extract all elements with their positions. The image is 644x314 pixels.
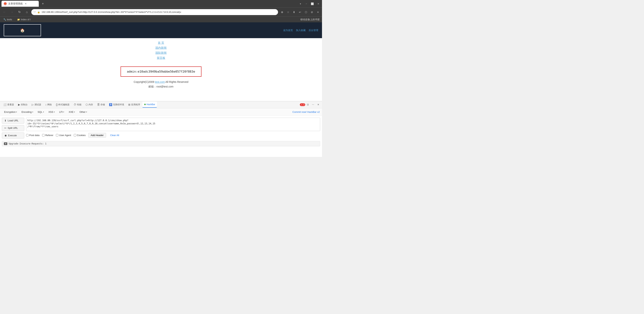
home-button[interactable]: ⌂ [24, 9, 30, 15]
hackbar-menu-encoding[interactable]: Encoding ▾ [20, 110, 35, 114]
bookmark-index-label: Index of / [21, 18, 30, 21]
encoding-label: Encoding [22, 111, 32, 113]
tools-bookmark-icon: 🔧 [3, 18, 6, 21]
referer-checkbox[interactable] [42, 134, 44, 136]
split-url-button[interactable]: ✂ Split URL [2, 125, 24, 131]
nav-home[interactable]: 首 页 [158, 41, 164, 45]
footer-email: 邮箱：root@test.com [134, 84, 188, 89]
share-button[interactable]: ⬡ [303, 9, 308, 15]
devtools-tab-storage[interactable]: 🗄 存储 [95, 102, 107, 108]
nav-guestbook[interactable]: 留言板 [157, 56, 165, 60]
bookmark-index[interactable]: 📁 Index of / [16, 18, 32, 21]
sync-button[interactable]: ↩ [298, 9, 302, 15]
footer-link[interactable]: test.com [155, 80, 165, 83]
post-data-checkbox[interactable] [26, 134, 28, 136]
hackbar-dot-icon [144, 104, 146, 105]
devtools-tab-style-editor[interactable]: {} 样式编辑器 [54, 102, 71, 108]
tab-close-button[interactable]: ✕ [24, 2, 27, 5]
address-bar[interactable]: 🛡 🔒 192.168.80.139/ssrf/ssrf_curl.php?ur… [31, 9, 278, 15]
encoding-arrow: ▾ [32, 111, 33, 113]
nav-international-news[interactable]: 国际新闻 [156, 51, 166, 55]
xss-arrow: ▾ [54, 111, 55, 113]
block-button[interactable]: ⊘ [309, 9, 314, 15]
user-agent-checkbox[interactable] [56, 134, 58, 136]
clear-all-button[interactable]: Clear All [109, 133, 120, 137]
site-nav: 首 页 国内新闻 国际新闻 留言板 [0, 38, 322, 61]
window-close-button[interactable]: ✕ [316, 1, 320, 6]
add-favorites-link[interactable]: 加入收藏 [296, 29, 306, 32]
site-header: 🏠 设为首页 加入收藏 后台管理 [0, 22, 322, 38]
window-maximize-button[interactable]: ⬜ [310, 1, 314, 6]
hackbar-menu-xxe[interactable]: XXE ▾ [67, 110, 77, 114]
console-icon: ▶ [18, 103, 20, 106]
nav-domestic-news[interactable]: 国内新闻 [156, 46, 166, 50]
user-agent-checkbox-label[interactable]: User Agent [56, 134, 71, 137]
hackbar-menu-lfi[interactable]: LFI ▾ [58, 110, 66, 114]
footer-text-post: All Rights Reserved [165, 80, 188, 83]
post-data-checkbox-label[interactable]: Post data [26, 134, 40, 137]
active-tab[interactable]: 🦊 文章管理系统 ✕ [2, 1, 39, 7]
error-count: 3 [303, 103, 304, 106]
header-text: Upgrade-Insecure-Requests: 1 [9, 142, 46, 145]
hackbar-url-textarea[interactable]: http://192.168.80.139/ssrf/ssrf_curl.php… [26, 118, 320, 131]
execute-button[interactable]: ⏺ Execute [2, 133, 24, 138]
hackbar-url-area: http://192.168.80.139/ssrf/ssrf_curl.php… [26, 118, 320, 138]
devtools-tab-application[interactable]: ⊞ 应用程序 [126, 102, 142, 108]
devtools-controls: ⊡ ⋯ ✕ [306, 102, 320, 107]
back-button[interactable]: ← [2, 9, 8, 15]
devtools-tab-debugger[interactable]: ▷ 调试器 [30, 102, 43, 108]
devtools-tab-memory[interactable]: ⬡ 内存 [84, 102, 95, 108]
window-minimize-button[interactable]: − [304, 1, 308, 6]
devtools-tab-performance[interactable]: ⏱ 性能 [72, 102, 83, 108]
reload-button[interactable]: ↻ [16, 9, 22, 15]
menu-button[interactable]: ≡ [315, 9, 320, 15]
index-bookmark-icon: 📁 [17, 18, 20, 21]
devtools-tab-inspector[interactable]: ⬜ 查看器 [2, 102, 16, 108]
inspector-icon: ⬜ [3, 103, 6, 106]
hackbar-menu-xss[interactable]: XSS ▾ [46, 110, 57, 114]
bookmark-tools[interactable]: 🔧 tools [2, 18, 13, 21]
star-button[interactable]: ☆ [286, 9, 291, 15]
error-badge: ⚠ 3 [300, 103, 305, 106]
accessibility-icon: ♿ [109, 103, 112, 106]
mobile-bookmarks-label: 移动设备上的书签 [300, 18, 320, 21]
downloads-button[interactable]: ⬇ [292, 9, 297, 15]
lfi-label: LFI [59, 111, 63, 113]
admin-panel-link[interactable]: 后台管理 [308, 29, 318, 32]
devtools-close-button[interactable]: ✕ [316, 102, 320, 107]
hackbar-checkboxes: Post data Referer User Agent [26, 132, 320, 138]
memory-label: 内存 [88, 103, 93, 106]
forward-button[interactable]: → [9, 9, 15, 15]
extensions-button[interactable]: ⊕ [280, 9, 285, 15]
window-dropdown-button[interactable]: ▾ [298, 1, 302, 6]
sql-arrow: ▾ [43, 111, 44, 113]
referer-checkbox-label[interactable]: Referer [42, 134, 53, 137]
cookies-checkbox-label[interactable]: Cookies [74, 134, 86, 137]
new-tab-button[interactable]: + [40, 1, 46, 6]
hackbar-commit-button[interactable]: Commit now! HackBar v2 [292, 111, 320, 113]
devtools-overflow-button[interactable]: ⋯ [311, 102, 315, 107]
devtools-panel: ⬜ 查看器 ▶ 控制台 ▷ 调试器 ↕ 网络 {} 样式编辑器 [0, 101, 322, 157]
devtools-tab-console[interactable]: ▶ 控制台 [16, 102, 30, 108]
execute-icon: ⏺ [4, 134, 7, 137]
devtools-dock-button[interactable]: ⊡ [306, 102, 310, 107]
application-icon: ⊞ [128, 103, 130, 106]
devtools-tab-network[interactable]: ↕ 网络 [44, 102, 54, 108]
set-homepage-link[interactable]: 设为首页 [283, 29, 293, 32]
hackbar-panel: Encryption ▾ Encoding ▾ SQL ▾ XSS ▾ [0, 108, 322, 157]
load-url-button[interactable]: ⬆ Load URL [2, 118, 24, 124]
hackbar-menu-other[interactable]: Other ▾ [78, 110, 89, 114]
add-header-button[interactable]: Add Header [88, 133, 106, 138]
nav-extras: ⊕ ☆ ⬇ ↩ ⬡ ⊘ ≡ [280, 9, 320, 15]
hackbar-menu-sql[interactable]: SQL ▾ [36, 110, 46, 114]
hackbar-action-buttons: ⬆ Load URL ✂ Split URL ⏺ Execute [2, 118, 24, 138]
cookies-checkbox[interactable] [74, 134, 76, 136]
bookmarks-bar-right: 移动设备上的书签 [35, 18, 320, 21]
hackbar-menu-encryption[interactable]: Encryption ▾ [2, 110, 19, 114]
devtools-tab-hackbar[interactable]: HackBar [142, 102, 157, 108]
lfi-arrow: ▾ [63, 111, 64, 113]
debugger-icon: ▷ [32, 103, 34, 106]
result-text: admin:e10adc3949ba59abbe56e057f20f883e [127, 70, 195, 73]
devtools-tab-accessibility[interactable]: ♿ 无障碍环境 [107, 102, 126, 108]
performance-icon: ⏱ [74, 103, 76, 106]
